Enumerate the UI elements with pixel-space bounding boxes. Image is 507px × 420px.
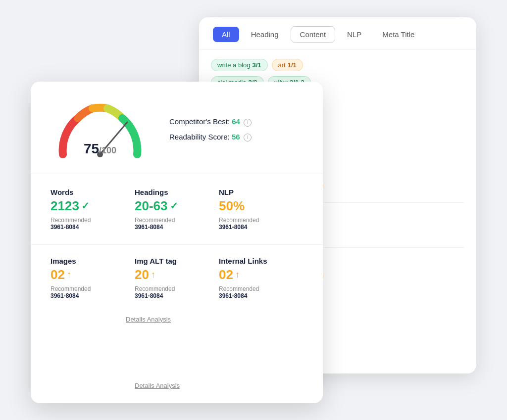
img-alt-value: 20 ↑ — [135, 267, 209, 282]
headings-check-icon: ✓ — [170, 200, 178, 212]
headings-rec: Recommended 3961-8084 — [135, 217, 209, 231]
competitors-best-label: Competitor's Best: — [169, 117, 230, 126]
nlp-label: NLP — [219, 188, 293, 196]
internal-links-rec: Recommended 3961-8084 — [219, 285, 293, 299]
headings-value: 20-63 ✓ — [135, 198, 209, 214]
tab-meta-title[interactable]: Meta Title — [373, 27, 423, 42]
words-label: Words — [51, 188, 125, 196]
readability-label: Readability Score: — [169, 133, 230, 141]
tag-art-1: art 1/1 — [272, 59, 303, 71]
nlp-value: 50% — [219, 198, 293, 214]
nlp-rec: Recommended 3961-8084 — [219, 217, 293, 231]
details-link-wrap: Details Analysis — [135, 381, 180, 389]
tab-nlp[interactable]: NLP — [338, 27, 370, 42]
img-alt-label: Img ALT tag — [135, 257, 209, 265]
tabs-bar: All Heading Content NLP Meta Title — [199, 17, 476, 50]
tag-write-a-blog-1: write a blog 3/1 — [211, 59, 268, 71]
competitors-best-info-icon[interactable]: i — [244, 119, 252, 127]
headings-label: Headings — [135, 188, 209, 196]
readability-info-icon[interactable]: i — [244, 134, 252, 141]
images-rec: Recommended 3961-8084 — [51, 285, 125, 299]
img-alt-rec: Recommended 3961-8084 — [135, 285, 209, 299]
metric-headings: Headings 20-63 ✓ Recommended 3961-8084 — [135, 188, 219, 231]
metrics-row-2: Images 02 ↑ Recommended 3961-8084 Img AL… — [31, 245, 323, 313]
details-analysis-link-2[interactable]: Details Analysis — [126, 316, 171, 323]
tab-content[interactable]: Content — [291, 26, 336, 43]
metric-internal-links: Internal Links 02 ↑ Recommended 3961-808… — [219, 257, 303, 299]
internal-links-value: 02 ↑ — [219, 267, 293, 282]
scene: All Heading Content NLP Meta Title write… — [31, 17, 476, 403]
metrics-row-1: Words 2123 ✓ Recommended 3961-8084 Headi… — [31, 174, 323, 245]
readability-line: Readability Score: 56 i — [169, 133, 252, 141]
images-value: 02 ↑ — [51, 267, 125, 282]
gauge-text: 75/100 — [84, 141, 116, 157]
tab-all[interactable]: All — [213, 27, 239, 42]
score-section: 75/100 Details Analysis Competitor's Bes… — [31, 82, 323, 174]
gauge-score: 75/100 — [84, 141, 116, 157]
score-panel: 75/100 Details Analysis Competitor's Bes… — [31, 82, 323, 403]
tab-heading[interactable]: Heading — [242, 27, 288, 42]
competitors-best-value: 64 — [232, 117, 240, 126]
tags-row: write a blog 3/1 art 1/1 — [211, 59, 464, 71]
internal-links-label: Internal Links — [219, 257, 293, 265]
score-info: Competitor's Best: 64 i Readability Scor… — [169, 117, 252, 141]
words-value: 2123 ✓ — [51, 198, 125, 214]
metric-nlp: NLP 50% Recommended 3961-8084 — [219, 188, 303, 231]
internal-links-arrow-icon: ↑ — [235, 270, 240, 280]
details-link-outer: Details Analysis — [126, 315, 171, 323]
words-check-icon: ✓ — [81, 200, 90, 212]
img-alt-arrow-icon: ↑ — [151, 270, 155, 280]
metric-images: Images 02 ↑ Recommended 3961-8084 — [51, 257, 135, 299]
words-rec: Recommended 3961-8084 — [51, 217, 125, 231]
images-label: Images — [51, 257, 125, 265]
readability-value: 56 — [232, 133, 240, 141]
competitors-best-line: Competitor's Best: 64 i — [169, 117, 252, 126]
metric-img-alt: Img ALT tag 20 ↑ Recommended 3961-8084 — [135, 257, 219, 299]
images-arrow-icon: ↑ — [67, 270, 71, 280]
details-analysis-link[interactable]: Details Analysis — [135, 382, 180, 389]
metric-words: Words 2123 ✓ Recommended 3961-8084 — [51, 188, 135, 231]
gauge: 75/100 — [51, 97, 150, 162]
